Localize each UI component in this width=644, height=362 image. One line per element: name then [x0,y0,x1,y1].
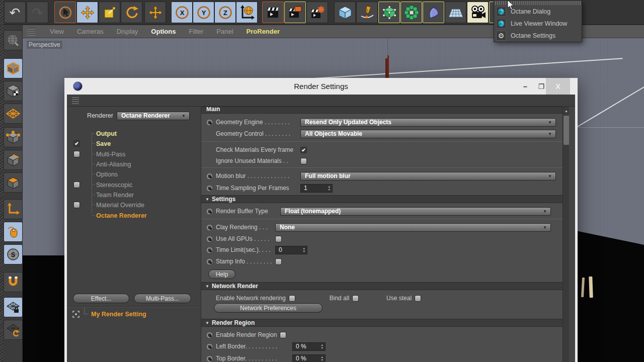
menu-view[interactable]: View [43,28,70,35]
spinner-icon[interactable]: ▲ ▼ [303,246,305,254]
my-render-setting-row[interactable]: My Render Setting [67,310,201,319]
spinner-icon[interactable]: ▲ ▼ [321,343,324,350]
spinner-down-icon[interactable]: ▼ [328,188,331,191]
spinner-icon[interactable]: ▲ ▼ [321,355,324,362]
spinner-down-icon[interactable]: ▼ [321,346,324,349]
tree-item-team-render[interactable]: Team Render [67,190,201,200]
time-limit-input[interactable]: 0 ▲ ▼ [275,246,307,254]
render-settings-button[interactable] [306,2,328,23]
help-button[interactable]: Help [208,269,235,279]
keyframe-circle-icon[interactable] [207,332,212,338]
panel-scrollbar[interactable]: ▲ [562,107,569,362]
menu-cameras[interactable]: Cameras [70,28,110,35]
ignore-unused-checkbox[interactable] [300,158,307,164]
renderer-dropdown[interactable]: Octane Renderer ▼ [117,112,190,120]
menu-grip[interactable] [27,28,35,36]
texture-mode-button[interactable] [4,81,23,101]
geometry-engine-dropdown[interactable]: Resend Only Updated Objects ▼ [300,118,556,127]
time-sampling-input[interactable]: 1 ▲ ▼ [300,184,333,193]
check-materials-checkbox[interactable]: ✔ [300,147,307,153]
floor-object-button[interactable] [445,2,466,23]
tree-item-material-override[interactable]: Material Override [67,200,201,210]
magnet-snap-button[interactable] [4,272,23,292]
coordinate-system-button[interactable] [236,2,258,23]
polygon-mode-button[interactable] [4,172,23,193]
render-picture-viewer-button[interactable] [284,2,306,23]
viewport-camera-label[interactable]: Perspective [27,41,62,49]
render-view-button[interactable] [262,2,284,23]
enable-network-checkbox[interactable] [289,295,295,302]
tree-item-stereoscopic[interactable]: Stereoscopic [67,180,201,190]
bind-all-checkbox[interactable] [352,295,359,302]
array-object-button[interactable] [400,2,422,23]
y-axis-lock-button[interactable]: Y [193,2,214,23]
keyframe-circle-icon[interactable] [207,247,212,253]
menu-filter[interactable]: Filter [182,28,210,35]
redo-button[interactable]: ↷ [27,2,48,23]
lock-workplane-button[interactable] [4,297,23,317]
edge-mode-button[interactable] [4,150,23,170]
minimize-button[interactable]: – [518,78,533,95]
add-cube-button[interactable] [334,2,356,23]
keyframe-circle-icon[interactable] [207,225,212,230]
z-axis-lock-button[interactable]: Z [214,2,236,23]
tree-item-output[interactable]: Output [67,129,201,138]
keyframe-circle-icon[interactable] [207,236,212,242]
scale-tool-button[interactable] [99,2,120,23]
stamp-info-checkbox[interactable] [275,258,282,265]
tree-item-antialiasing[interactable]: Anti-Aliasing [67,159,201,169]
points-mode-button[interactable] [4,127,23,147]
multipass-button[interactable]: Multi-Pass... [134,294,191,303]
motion-blur-dropdown[interactable]: Full motion blur ▼ [300,172,556,180]
viewport-interaction-button[interactable] [4,222,23,242]
workplane-mode-button[interactable] [4,104,23,124]
move-tool-button[interactable] [76,2,98,23]
multipass-checkbox[interactable] [73,151,80,157]
model-mode-button[interactable] [4,58,23,78]
x-axis-lock-button[interactable]: X [171,2,193,23]
clay-rendering-dropdown[interactable]: None ▼ [275,223,551,232]
rotate-tool-button[interactable] [121,2,142,23]
scrollbar-thumb[interactable] [564,116,569,145]
settings-section-header[interactable]: ▼ Settings [201,195,562,203]
deformer-button[interactable] [423,2,444,23]
make-editable-button[interactable] [4,30,23,50]
close-button[interactable]: X [546,78,570,95]
axis-move-button[interactable] [144,2,166,23]
keyframe-circle-icon[interactable] [207,209,212,214]
save-checkbox[interactable]: ✔ [73,140,80,147]
keyframe-circle-icon[interactable] [207,259,212,264]
effect-button[interactable]: Effect... [73,294,129,303]
menu-item-live-viewer[interactable]: Live Viewer Window [494,18,582,30]
camera-object-button[interactable] [467,2,489,23]
render-region-section-header[interactable]: ▼ Render Region [201,319,562,327]
network-preferences-button[interactable]: Network Preferences [214,303,323,313]
enable-render-region-checkbox[interactable] [280,332,286,338]
menu-options[interactable]: Options [144,28,182,35]
top-border-input[interactable]: 0 % ▲ ▼ [292,354,326,362]
dialog-grip[interactable] [72,97,79,104]
live-selection-button[interactable] [54,2,76,23]
undo-button[interactable]: ↶ [4,2,26,23]
keyframe-circle-icon[interactable] [207,173,212,179]
use-steal-checkbox[interactable] [415,295,421,302]
tree-item-save[interactable]: ✔ Save [67,139,201,148]
keyframe-circle-icon[interactable] [207,344,212,349]
planar-workplane-button[interactable] [4,320,23,340]
dialog-titlebar[interactable]: Render Settings – ❐ X [67,78,575,95]
tree-item-octane-renderer[interactable]: Octane Renderer [67,211,201,220]
menu-display[interactable]: Display [110,28,145,35]
axis-mode-button[interactable] [4,199,23,219]
geometry-control-dropdown[interactable]: All Objects Movable ▼ [300,130,556,138]
snap-s-button[interactable]: S [4,244,23,264]
spinner-down-icon[interactable]: ▼ [303,250,305,253]
spinner-icon[interactable]: ▲ ▼ [328,185,331,192]
keyframe-circle-icon[interactable] [207,186,212,191]
menu-panel[interactable]: Panel [210,28,239,35]
spline-pen-button[interactable] [356,2,378,23]
menu-item-octane-settings[interactable]: ⚙ Octane Settings [494,30,582,42]
use-all-gpus-checkbox[interactable] [275,236,282,242]
toolbar-grip[interactable] [0,0,4,25]
keyframe-circle-icon[interactable] [207,120,212,125]
spinner-down-icon[interactable]: ▼ [321,358,324,361]
